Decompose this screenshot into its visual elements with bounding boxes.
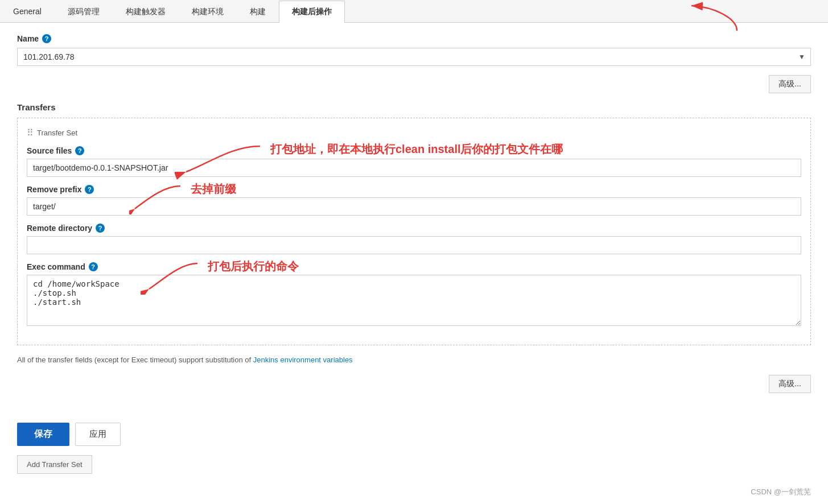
tab-bar: General 源码管理 构建触发器 构建环境 构建 构建后操作 <box>0 0 828 23</box>
source-files-field: Source files ? 打包地址，即在本地执行clean ins <box>27 146 801 177</box>
apply-button[interactable]: 应用 <box>75 423 121 446</box>
add-transfer-set-button[interactable]: Add Transfer Set <box>17 455 92 474</box>
name-select-wrapper: 101.201.69.78 ▼ <box>17 48 811 66</box>
drag-icon: ⠿ <box>27 127 34 138</box>
name-help-icon[interactable]: ? <box>42 34 51 43</box>
name-label: Name ? <box>17 34 811 43</box>
remove-prefix-input[interactable] <box>27 197 801 216</box>
transfer-set-header: ⠿ Transfer Set <box>27 127 801 138</box>
source-files-label: Source files ? <box>27 146 801 155</box>
remove-prefix-field: Remove prefix ? 去掉前缀 <box>27 185 801 216</box>
bottom-note: All of the transfer fields (except for E… <box>17 354 811 366</box>
transfer-set-box: ⠿ Transfer Set Source files ? <box>17 118 811 345</box>
transfers-label: Transfers <box>17 102 811 112</box>
csdn-watermark: CSDN @一剑荒芜 <box>751 487 811 497</box>
bottom-bar: 保存 应用 <box>0 414 828 455</box>
advanced-btn-row-bottom: 高级... <box>17 375 811 393</box>
advanced-button-bottom[interactable]: 高级... <box>769 375 811 393</box>
exec-command-field: Exec command ? cd /home/workSpace ./stop… <box>27 262 801 328</box>
save-button[interactable]: 保存 <box>17 423 69 446</box>
add-transfer-set-row: Add Transfer Set <box>0 455 828 480</box>
exec-command-label: Exec command ? <box>27 262 801 271</box>
tab-post-build[interactable]: 构建后操作 <box>279 1 345 23</box>
tab-build-env[interactable]: 构建环境 <box>179 1 237 23</box>
tab-build-trigger[interactable]: 构建触发器 <box>113 1 179 23</box>
tab-source-mgmt[interactable]: 源码管理 <box>55 1 113 23</box>
jenkins-env-vars-link[interactable]: Jenkins environment variables <box>253 356 353 364</box>
exec-command-help-icon[interactable]: ? <box>89 262 98 271</box>
remote-directory-field: Remote directory ? <box>27 224 801 254</box>
remote-directory-input[interactable] <box>27 236 801 254</box>
advanced-button-top[interactable]: 高级... <box>769 75 811 93</box>
remove-prefix-help-icon[interactable]: ? <box>85 185 94 194</box>
exec-command-input[interactable]: cd /home/workSpace ./stop.sh ./start.sh <box>27 275 801 326</box>
name-select[interactable]: 101.201.69.78 <box>17 48 811 66</box>
source-files-input[interactable] <box>27 159 801 177</box>
remove-prefix-label: Remove prefix ? <box>27 185 801 194</box>
advanced-btn-row-top: 高级... <box>17 75 811 93</box>
source-files-help-icon[interactable]: ? <box>75 146 84 155</box>
tab-general[interactable]: General <box>0 1 55 23</box>
name-section: Name ? 101.201.69.78 ▼ <box>17 34 811 66</box>
remote-directory-label: Remote directory ? <box>27 224 801 233</box>
remote-directory-help-icon[interactable]: ? <box>96 224 105 233</box>
main-container: General 源码管理 构建触发器 构建环境 构建 构建后操作 Name ? <box>0 0 828 504</box>
content-area: Name ? 101.201.69.78 ▼ 高级... Transfers ⠿… <box>0 23 828 414</box>
tab-build[interactable]: 构建 <box>237 1 279 23</box>
